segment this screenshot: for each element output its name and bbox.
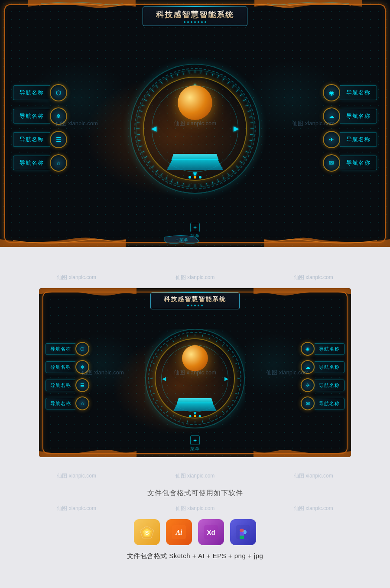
svg-line-94 bbox=[151, 371, 153, 371]
svg-line-30 bbox=[201, 184, 201, 187]
svg-line-50 bbox=[142, 105, 144, 106]
nav-left-item-1[interactable]: 导航名称 ⬡ bbox=[13, 84, 67, 101]
software-watermark-row: 仙图 xianpic.com 仙图 xianpic.com 仙图 xianpic… bbox=[0, 472, 390, 480]
small-sphere bbox=[182, 345, 208, 371]
svg-line-49 bbox=[140, 110, 143, 111]
svg-line-20 bbox=[246, 151, 248, 153]
svg-line-40 bbox=[148, 161, 150, 163]
svg-line-72 bbox=[232, 356, 234, 357]
small-nav-left-icon-4: ⌂ bbox=[75, 396, 89, 410]
small-nav-left-label-3: 导航名称 bbox=[46, 379, 75, 391]
small-nav-right-4[interactable]: ✉ 导航名称 bbox=[301, 396, 344, 410]
svg-line-7 bbox=[228, 81, 229, 84]
svg-text:◀: ◀ bbox=[162, 376, 166, 382]
svg-line-8 bbox=[232, 85, 234, 88]
nav-right-item-1[interactable]: ◉ 导航名称 bbox=[323, 84, 377, 101]
small-nav-left-1[interactable]: 导航名称 ⬡ bbox=[46, 342, 89, 356]
svg-rect-118 bbox=[240, 536, 244, 539]
svg-line-67 bbox=[202, 335, 203, 337]
left-nav: 导航名称 ⬡ 导航名称 ❄ 导航名称 ☰ 导航名称 ⌂ bbox=[13, 84, 67, 172]
svg-line-26 bbox=[223, 177, 224, 179]
svg-line-58 bbox=[177, 73, 178, 76]
svg-line-89 bbox=[161, 406, 162, 407]
small-nav-left-label-1: 导航名称 bbox=[46, 343, 75, 354]
platform-body bbox=[167, 159, 223, 170]
nav-left-item-3[interactable]: 导航名称 ☰ bbox=[13, 131, 67, 148]
panel-title: 科技感智慧智能系统 bbox=[143, 6, 247, 26]
bottom-wave-decoration: + 菜单 bbox=[0, 232, 390, 247]
svg-line-23 bbox=[236, 166, 238, 168]
small-nav-left-2[interactable]: 导航名称 ❄ bbox=[46, 360, 89, 374]
svg-line-33 bbox=[183, 183, 183, 186]
nav-left-icon-2: ❄ bbox=[50, 107, 67, 125]
title-dot-6 bbox=[201, 21, 203, 23]
small-nav-left-label-4: 导航名称 bbox=[46, 397, 75, 409]
software-icons-row: S Ai Xd bbox=[134, 519, 256, 545]
title-dot-1 bbox=[184, 21, 185, 23]
svg-line-43 bbox=[140, 146, 143, 147]
svg-line-101 bbox=[187, 335, 188, 337]
small-nav-left-4[interactable]: 导航名称 ⌂ bbox=[46, 396, 89, 410]
svg-rect-116 bbox=[240, 529, 244, 532]
software-format-text: 文件包含格式 Sketch + AI + EPS + png + jpg bbox=[127, 552, 263, 560]
svg-line-12 bbox=[246, 105, 248, 106]
svg-line-95 bbox=[153, 364, 155, 364]
small-ui-panel: 仙图 xianpic.com 仙图 xianpic.com 仙图 xianpic… bbox=[39, 288, 351, 457]
circle-dot-1 bbox=[188, 176, 191, 179]
nav-left-item-4[interactable]: 导航名称 ⌂ bbox=[13, 154, 67, 172]
small-title-text: 科技感智慧智能系统 bbox=[164, 296, 226, 303]
software-watermark-row-2: 仙图 xianpic.com 仙图 xianpic.com 仙图 xianpic… bbox=[0, 505, 390, 512]
svg-line-5 bbox=[218, 75, 219, 78]
svg-line-60 bbox=[189, 71, 189, 74]
small-panel-title: 科技感智慧智能系统 bbox=[150, 292, 240, 309]
svg-line-22 bbox=[240, 161, 243, 163]
svg-line-29 bbox=[207, 183, 207, 186]
svg-text:▶: ▶ bbox=[224, 376, 229, 382]
small-center-circle: ▲ ▶ ▼ ◀ bbox=[145, 329, 245, 429]
svg-line-68 bbox=[210, 337, 211, 339]
nav-right-icon-4: ✉ bbox=[323, 154, 340, 172]
title-dots bbox=[156, 21, 234, 23]
svg-line-35 bbox=[171, 179, 172, 182]
small-nav-right-icon-1: ◉ bbox=[301, 342, 315, 356]
svg-line-90 bbox=[156, 400, 158, 401]
title-text: 科技感智慧智能系统 bbox=[156, 10, 234, 20]
svg-line-81 bbox=[216, 416, 218, 417]
svg-line-53 bbox=[152, 90, 154, 92]
svg-line-97 bbox=[161, 350, 162, 351]
center-circle: ▲ ▶ ▼ ◀ bbox=[130, 64, 260, 194]
sketch-icon: S bbox=[134, 519, 160, 545]
figma-icon bbox=[230, 519, 256, 545]
title-dot-7 bbox=[205, 21, 206, 23]
svg-line-38 bbox=[156, 170, 158, 172]
small-nav-right-1[interactable]: ◉ 导航名称 bbox=[301, 342, 344, 356]
svg-line-79 bbox=[228, 406, 229, 407]
svg-line-28 bbox=[212, 182, 213, 185]
holo-platform bbox=[167, 148, 223, 170]
small-nav-left-3[interactable]: 导航名称 ☰ bbox=[46, 378, 89, 392]
small-nav-right-3[interactable]: ✈ 导航名称 bbox=[301, 378, 344, 392]
svg-line-77 bbox=[235, 393, 237, 394]
svg-text:▶: ▶ bbox=[234, 125, 239, 132]
divider-section bbox=[0, 247, 390, 273]
svg-line-59 bbox=[183, 71, 183, 75]
title-dot-4 bbox=[194, 21, 196, 23]
svg-line-18 bbox=[249, 140, 252, 141]
nav-left-item-2[interactable]: 导航名称 ❄ bbox=[13, 107, 67, 125]
svg-text:S: S bbox=[145, 530, 149, 536]
svg-line-25 bbox=[228, 174, 229, 176]
nav-right-item-4[interactable]: ✉ 导航名称 bbox=[323, 154, 377, 172]
svg-line-15 bbox=[250, 123, 253, 123]
svg-line-57 bbox=[171, 75, 172, 78]
svg-line-32 bbox=[189, 184, 189, 187]
nav-right-item-3[interactable]: ✈ 导航名称 bbox=[323, 131, 377, 148]
nav-right-item-2[interactable]: ☁ 导航名称 bbox=[323, 107, 377, 125]
small-nav-right-2[interactable]: ☁ 导航名称 bbox=[301, 360, 344, 374]
nav-left-icon-3: ☰ bbox=[50, 131, 67, 148]
svg-line-39 bbox=[152, 166, 154, 168]
svg-line-52 bbox=[148, 94, 150, 96]
nav-right-icon-2: ☁ bbox=[323, 107, 340, 125]
svg-line-41 bbox=[144, 156, 147, 158]
svg-line-45 bbox=[137, 134, 140, 135]
svg-line-14 bbox=[249, 117, 252, 117]
